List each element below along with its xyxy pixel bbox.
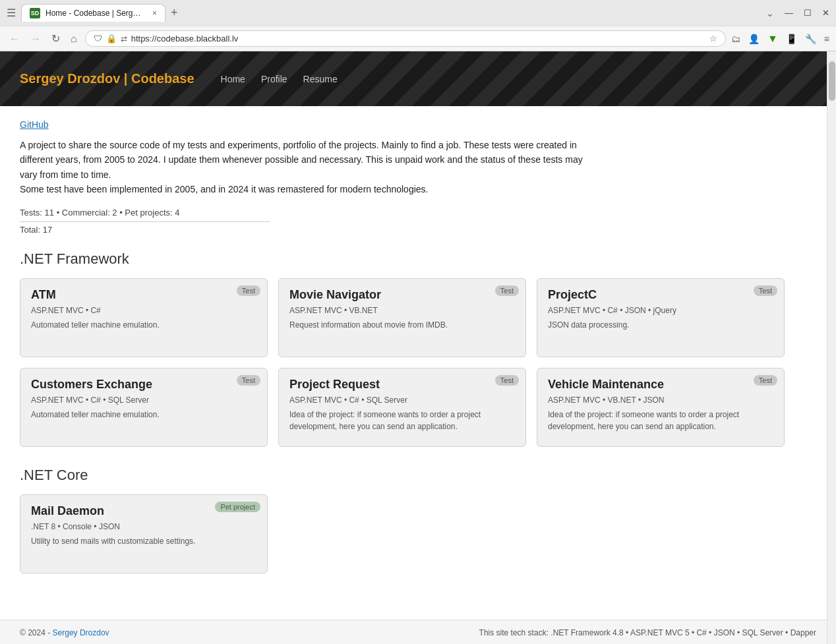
menu-icon[interactable]: ≡ — [824, 34, 829, 44]
card-vehicle-maintenance[interactable]: Test Vehicle Maintenance ASP.NET MVC • V… — [537, 368, 785, 447]
tab-dropdown-icon[interactable]: ⌄ — [766, 8, 774, 18]
card-desc-maildaemon: Utility to send mails with customizable … — [31, 535, 256, 547]
browser-titlebar: ☰ SD Home - Codebase | Sergey Dro… × + ⌄… — [0, 0, 836, 26]
profile-icon[interactable]: 👤 — [748, 34, 760, 44]
refresh-button[interactable]: ↻ — [49, 31, 63, 46]
card-badge-maildaemon: Pet project — [215, 502, 260, 512]
address-bar[interactable]: 🛡 🔒 ⇄ https://codebase.blackball.lv ☆ — [85, 30, 726, 47]
scrollbar[interactable] — [827, 51, 836, 644]
card-desc-atm: Automated teller machine emulation. — [31, 319, 256, 331]
card-desc-projectc: JSON data processing. — [548, 319, 773, 331]
lock-icon: 🔒 — [106, 34, 117, 44]
card-desc-vehicle: Idea of the project: if someone wants to… — [548, 409, 773, 432]
tab-favicon: SD — [30, 8, 40, 18]
scrollbar-thumb[interactable] — [829, 61, 835, 101]
site-footer: © 2024 - Sergey Drozdov This site tech s… — [0, 620, 836, 644]
browser-window-controls: ⌄ — ☐ ✕ — [766, 8, 829, 18]
download-icon[interactable]: ▼ — [767, 33, 778, 45]
shield-icon: 🛡 — [94, 34, 102, 44]
new-tab-button[interactable]: + — [171, 6, 178, 20]
tab-title: Home - Codebase | Sergey Dro… — [45, 9, 144, 18]
footer-author-link[interactable]: Sergey Drozdov — [53, 628, 109, 637]
card-project-request[interactable]: Test Project Request ASP.NET MVC • C# • … — [278, 368, 526, 447]
card-badge-vehicle: Test — [754, 375, 777, 386]
bookmark-star-icon[interactable]: ☆ — [709, 34, 717, 44]
url-text: https://codebase.blackball.lv — [131, 34, 705, 44]
card-title-maildaemon: Mail Daemon — [31, 504, 217, 518]
browser-window: ☰ SD Home - Codebase | Sergey Dro… × + ⌄… — [0, 0, 836, 644]
tab-close-button[interactable]: × — [152, 9, 157, 18]
card-mail-daemon[interactable]: Pet project Mail Daemon .NET 8 • Console… — [20, 494, 268, 573]
card-tech-customers: ASP.NET MVC • C# • SQL Server — [31, 395, 256, 405]
home-button[interactable]: ⌂ — [68, 32, 80, 46]
maximize-button[interactable]: ☐ — [804, 8, 812, 18]
back-button[interactable]: ← — [7, 32, 22, 46]
site-nav: Home Profile Resume — [221, 74, 338, 84]
card-tech-projectreq: ASP.NET MVC • C# • SQL Server — [289, 395, 515, 405]
section-title-netcore: .NET Core — [20, 467, 785, 484]
stats-line: Tests: 11 • Commercial: 2 • Pet projects… — [20, 208, 270, 222]
browser-chrome: ☰ SD Home - Codebase | Sergey Dro… × + ⌄… — [0, 0, 836, 51]
mobile-icon[interactable]: 📱 — [786, 34, 797, 44]
card-tech-atm: ASP.NET MVC • C# — [31, 306, 256, 315]
browser-tab-area: ☰ SD Home - Codebase | Sergey Dro… × + — [7, 4, 761, 22]
card-title-customers: Customers Exchange — [31, 378, 217, 392]
card-title-projectc: ProjectC — [548, 288, 734, 302]
main-content: GitHub A project to share the source cod… — [0, 106, 804, 620]
card-badge-projectc: Test — [754, 285, 777, 296]
card-customers-exchange[interactable]: Test Customers Exchange ASP.NET MVC • C#… — [20, 368, 268, 447]
close-button[interactable]: ✕ — [822, 8, 829, 18]
card-title-projectreq: Project Request — [289, 378, 475, 392]
site-header: Sergey Drozdov | Codebase Home Profile R… — [0, 51, 836, 106]
card-tech-movie: ASP.NET MVC • VB.NET — [289, 306, 515, 315]
nav-home[interactable]: Home — [221, 74, 245, 84]
card-badge-customers: Test — [237, 375, 260, 386]
browser-toolbar: ← → ↻ ⌂ 🛡 🔒 ⇄ https://codebase.blackball… — [0, 26, 836, 51]
footer-copyright: © 2024 - Sergey Drozdov — [20, 628, 109, 637]
netframework-cards-grid: Test ATM ASP.NET MVC • C# Automated tell… — [20, 278, 785, 447]
card-title-vehicle: Vehicle Maintenance — [548, 378, 734, 392]
total-line: Total: 17 — [20, 225, 785, 235]
translate-icon: ⇄ — [121, 34, 127, 44]
card-badge-movie: Test — [495, 285, 519, 296]
pocket-icon[interactable]: 🗂 — [731, 34, 740, 44]
card-tech-maildaemon: .NET 8 • Console • JSON — [31, 522, 256, 531]
card-badge-atm: Test — [237, 285, 260, 296]
card-projectc[interactable]: Test ProjectC ASP.NET MVC • C# • JSON • … — [537, 278, 785, 357]
card-title-movie: Movie Navigator — [289, 288, 475, 302]
site-title: Sergey Drozdov | Codebase — [20, 71, 194, 86]
minimize-button[interactable]: — — [785, 8, 793, 18]
browser-toolbar-actions: 🗂 👤 ▼ 📱 🔧 ≡ — [731, 33, 829, 45]
footer-tech-stack: This site tech stack: .NET Framework 4.8… — [479, 628, 816, 637]
card-movie-navigator[interactable]: Test Movie Navigator ASP.NET MVC • VB.NE… — [278, 278, 526, 357]
card-desc-projectreq: Idea of the project: if someone wants to… — [289, 409, 515, 432]
forward-button[interactable]: → — [28, 32, 44, 46]
intro-paragraph: A project to share the source code of my… — [20, 138, 587, 197]
nav-resume[interactable]: Resume — [303, 74, 338, 84]
extensions-icon[interactable]: 🔧 — [805, 34, 816, 44]
card-desc-customers: Automated teller machine emulation. — [31, 409, 256, 421]
card-tech-vehicle: ASP.NET MVC • VB.NET • JSON — [548, 395, 773, 405]
card-atm[interactable]: Test ATM ASP.NET MVC • C# Automated tell… — [20, 278, 268, 357]
page-content: Sergey Drozdov | Codebase Home Profile R… — [0, 51, 836, 644]
nav-profile[interactable]: Profile — [261, 74, 287, 84]
netcore-cards-grid: Pet project Mail Daemon .NET 8 • Console… — [20, 494, 785, 573]
github-link[interactable]: GitHub — [20, 119, 49, 130]
card-badge-projectreq: Test — [495, 375, 519, 386]
section-title-netframework: .NET Framework — [20, 250, 785, 268]
browser-tab[interactable]: SD Home - Codebase | Sergey Dro… × — [21, 4, 165, 22]
card-title-atm: ATM — [31, 288, 217, 302]
card-desc-movie: Request information about movie from IMD… — [289, 319, 515, 331]
card-tech-projectc: ASP.NET MVC • C# • JSON • jQuery — [548, 306, 773, 315]
sidebar-toggle-icon[interactable]: ☰ — [7, 7, 16, 19]
